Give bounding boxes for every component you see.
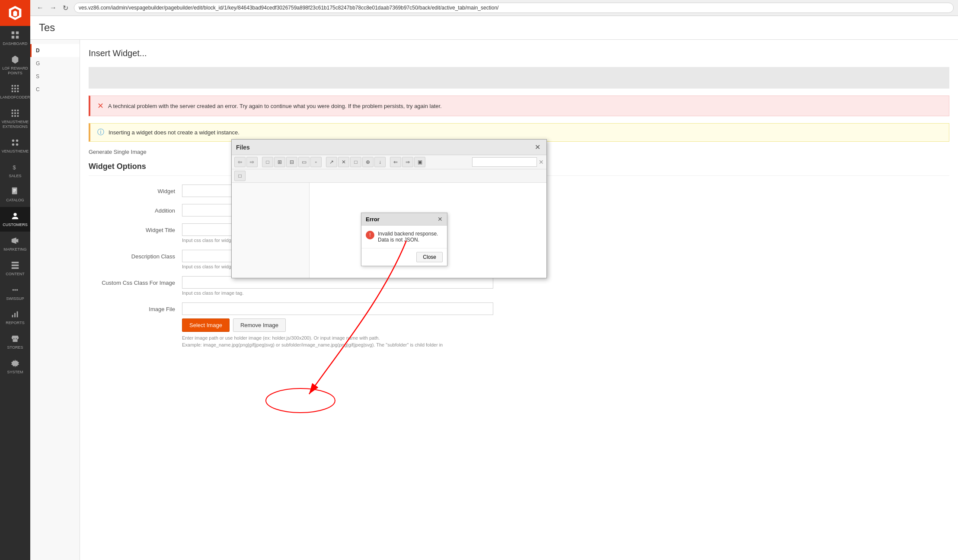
insert-widget-header: Insert Widget... xyxy=(89,48,949,58)
circle-grid-icon xyxy=(10,138,20,147)
back-button[interactable]: ← xyxy=(35,3,46,13)
files-toolbar-btn4[interactable]: ⊞ xyxy=(274,157,285,167)
files-toolbar-extra[interactable]: □ xyxy=(234,171,246,181)
svg-point-26 xyxy=(16,143,19,146)
left-panel-item-g[interactable]: G xyxy=(30,57,80,70)
error-alert: ✕ A technical problem with the server cr… xyxy=(89,95,949,116)
page-title: Tes xyxy=(39,22,55,34)
files-toolbar-btn6[interactable]: ▭ xyxy=(298,157,310,167)
files-dialog-header: Files ✕ xyxy=(232,140,546,155)
sidebar-item-marketing[interactable]: MARKETING xyxy=(0,232,30,256)
svg-rect-15 xyxy=(14,110,16,111)
stores-icon xyxy=(10,334,20,344)
form-label-description-class: Description Class xyxy=(89,250,175,260)
files-toolbar-forward[interactable]: ⇨ xyxy=(246,157,258,167)
form-field-image-file: Select Image Remove Image Enter image pa… xyxy=(182,302,949,347)
sidebar-item-landofcoder[interactable]: LANDOFCODER xyxy=(0,80,30,104)
sidebar-item-sales[interactable]: $ SALES xyxy=(0,158,30,183)
form-label-widget: Widget xyxy=(89,185,175,194)
sidebar-item-swissup[interactable]: SWISSUP xyxy=(0,281,30,305)
sidebar-item-stores[interactable]: STORES xyxy=(0,330,30,354)
url-input[interactable] xyxy=(74,3,954,13)
svg-marker-4 xyxy=(12,56,19,64)
svg-point-37 xyxy=(14,289,16,291)
svg-rect-7 xyxy=(17,85,19,87)
svg-rect-18 xyxy=(14,112,16,114)
files-toolbar-btn12[interactable]: ↓ xyxy=(374,157,386,167)
files-search: ✕ xyxy=(472,157,544,167)
sidebar-item-lof-reward-points[interactable]: LOF REWARD POINTS xyxy=(0,51,30,80)
error-dialog-title: Error xyxy=(366,216,380,223)
sidebar-item-venustheme[interactable]: VENUSTHEME xyxy=(0,134,30,158)
form-label-addition: Addition xyxy=(89,204,175,214)
svg-point-36 xyxy=(13,289,14,291)
svg-text:$: $ xyxy=(13,164,16,170)
sidebar-item-customers[interactable]: CUSTOMERS xyxy=(0,207,30,232)
left-panel-item-c[interactable]: C xyxy=(30,83,80,96)
svg-rect-39 xyxy=(12,315,13,318)
topbar: Tes xyxy=(30,16,958,40)
custom-css-hint: Input css class for image tag. xyxy=(182,290,949,296)
svg-rect-19 xyxy=(17,112,19,114)
marketing-icon xyxy=(10,236,20,245)
files-toolbar-btn15[interactable]: ▣ xyxy=(414,157,425,167)
form-field-custom-css: Input css class for image tag. xyxy=(182,276,949,296)
left-panel-item-s[interactable]: S xyxy=(30,70,80,83)
content-icon xyxy=(10,261,20,270)
svg-point-25 xyxy=(12,143,15,146)
files-toolbar-back[interactable]: ⇦ xyxy=(234,157,246,167)
swissup-icon xyxy=(10,285,20,295)
svg-rect-12 xyxy=(14,91,16,92)
error-alert-text: A technical problem with the server crea… xyxy=(108,103,442,109)
files-toolbar-btn11[interactable]: ⊕ xyxy=(362,157,374,167)
files-toolbar-btn10[interactable]: □ xyxy=(350,157,361,167)
left-panel-item-d[interactable]: D xyxy=(30,44,80,57)
sidebar-item-reports[interactable]: REPORTS xyxy=(0,305,30,330)
svg-rect-6 xyxy=(14,85,16,87)
system-icon xyxy=(10,359,20,368)
files-search-input[interactable] xyxy=(472,157,537,167)
form-row-custom-css: Custom Css Class For Image Input css cla… xyxy=(89,276,949,296)
files-dialog-close-button[interactable]: ✕ xyxy=(533,143,542,151)
error-dialog-close-x[interactable]: ✕ xyxy=(437,216,443,223)
reload-button[interactable]: ↻ xyxy=(61,3,70,13)
image-file-hint2: Example: image_name.jpg(png|gif|jpeg|svg… xyxy=(182,342,949,347)
error-dialog-header: Error ✕ xyxy=(361,213,447,226)
error-icon: ! xyxy=(366,231,374,239)
svg-rect-35 xyxy=(12,267,19,269)
files-tree[interactable] xyxy=(232,183,310,278)
grid-icon xyxy=(10,30,20,40)
forward-button[interactable]: → xyxy=(48,3,59,13)
sidebar-item-content[interactable]: CONTENT xyxy=(0,256,30,281)
sidebar-item-dashboard[interactable]: DASHBOARD xyxy=(0,26,30,51)
svg-rect-0 xyxy=(12,32,14,34)
files-toolbar-btn7[interactable]: ▫ xyxy=(310,157,322,167)
main-area: ← → ↻ Tes D G S C Insert Widget... xyxy=(30,0,958,560)
files-toolbar-btn9[interactable]: ✕ xyxy=(338,157,349,167)
svg-point-38 xyxy=(16,289,18,291)
svg-rect-34 xyxy=(12,264,19,266)
select-image-button[interactable]: Select Image xyxy=(182,318,230,332)
files-toolbar-btn13[interactable]: ⇐ xyxy=(390,157,401,167)
svg-rect-8 xyxy=(12,88,13,90)
browser-nav: ← → ↻ xyxy=(35,3,70,13)
svg-rect-20 xyxy=(12,115,13,117)
svg-rect-11 xyxy=(12,91,13,92)
error-dialog-close-button[interactable]: Close xyxy=(416,252,443,262)
sidebar-item-system[interactable]: SYSTEM xyxy=(0,354,30,379)
sidebar-item-venustheme-extensions[interactable]: VENUSTHEME EXTENSIONS xyxy=(0,104,30,134)
files-toolbar-btn5[interactable]: ⊟ xyxy=(286,157,297,167)
files-toolbar-btn3[interactable]: □ xyxy=(262,157,273,167)
image-file-input[interactable] xyxy=(182,302,493,315)
svg-rect-2 xyxy=(12,36,14,38)
customers-icon xyxy=(10,211,20,221)
files-search-clear[interactable]: ✕ xyxy=(539,159,544,165)
svg-rect-41 xyxy=(17,312,18,318)
form-label-image-file: Image File xyxy=(89,302,175,312)
sidebar-item-catalog[interactable]: CATALOG xyxy=(0,182,30,207)
svg-rect-16 xyxy=(17,110,19,111)
remove-image-button[interactable]: Remove Image xyxy=(233,318,286,332)
files-toolbar-btn8[interactable]: ↗ xyxy=(326,157,337,167)
svg-point-23 xyxy=(12,139,15,142)
files-toolbar-btn14[interactable]: ⇒ xyxy=(402,157,413,167)
